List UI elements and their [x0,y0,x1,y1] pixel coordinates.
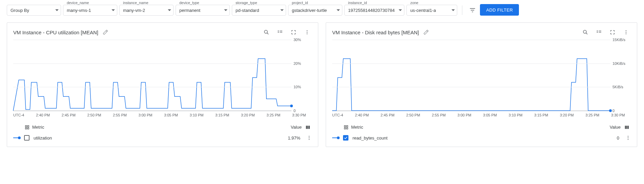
add-filter-button[interactable]: ADD FILTER [480,4,519,16]
chevron-down-icon [280,10,284,11]
x-tick-label: 3:05 PM [477,113,503,117]
x-tick-label: 3:00 PM [451,113,477,117]
x-tick-label: 3:00 PM [133,113,158,117]
svg-point-19 [309,136,309,136]
filter-list-icon[interactable] [467,5,478,16]
fullscreen-icon[interactable] [289,27,298,37]
svg-point-9 [307,30,307,31]
chevron-down-icon [399,10,402,11]
filter-value: pd-standard [236,8,259,13]
filter-device-type[interactable]: device_type permanent [176,5,230,16]
svg-rect-37 [628,126,629,129]
more-icon[interactable] [621,27,631,37]
x-tick-label: 2:40 PM [349,113,375,117]
more-icon[interactable] [302,27,312,37]
chevron-down-icon [451,10,455,11]
x-tick-label: 3:30 PM [286,113,312,117]
filter-value: us-central1-a [410,8,436,13]
filter-value: gstackdriver-turtle [292,8,327,13]
x-tick-label: UTC-4 [13,113,30,117]
svg-point-28 [626,30,626,31]
svg-point-30 [626,33,626,34]
wand-icon[interactable] [102,29,108,35]
svg-rect-34 [346,128,348,129]
svg-point-20 [309,137,309,138]
svg-point-11 [307,33,307,34]
chart-y-axis [291,40,312,111]
chart-line [332,40,610,111]
x-tick-label: 3:25 PM [580,113,605,117]
x-tick-label: 2:45 PM [375,113,401,117]
legend-toggle-icon[interactable] [594,27,604,37]
columns-icon[interactable] [305,125,310,130]
svg-point-22 [583,30,586,33]
zoom-icon[interactable] [581,27,590,37]
row-more-icon[interactable] [625,135,631,141]
chart-plot-area[interactable]: 010%20%30% [13,40,291,111]
chart-x-axis: UTC-42:40 PM2:45 PM2:50 PM2:55 PM3:00 PM… [332,113,631,117]
filter-label: project_id [291,1,309,5]
svg-rect-31 [344,125,346,127]
x-tick-label: 2:55 PM [107,113,133,117]
panel-title: VM Instance - CPU utilization [MEAN] [13,30,98,35]
legend-header-value: Value [291,125,302,130]
filter-device-name[interactable]: device_name many-vms-1 [63,5,117,16]
svg-point-3 [264,30,267,33]
svg-point-29 [626,32,626,33]
filter-label: instance_id [347,1,368,5]
panel-header: VM Instance - Disk read bytes [MEAN] [332,27,631,37]
filter-value: many-vms-1 [67,8,91,13]
chart-plot-area[interactable]: 05KiB/s10KiB/s15KiB/s [332,40,610,111]
chart-disk: 05KiB/s10KiB/s15KiB/s [332,40,631,111]
x-tick-label: 3:20 PM [235,113,261,117]
x-tick-label: 3:10 PM [184,113,209,117]
svg-line-23 [586,33,587,34]
series-checkbox[interactable] [24,135,29,141]
filter-zone[interactable]: zone us-central1-a [406,5,457,16]
chart-line [13,40,291,111]
x-tick-label: 3:10 PM [503,113,528,117]
series-swatch [332,136,340,139]
columns-icon[interactable] [624,125,629,130]
filter-instance-id[interactable]: instance_id 1972558144820730784 [344,5,404,16]
row-more-icon[interactable] [306,135,312,141]
legend-toggle-icon[interactable] [275,27,285,37]
x-tick-label: 2:45 PM [56,113,82,117]
svg-rect-17 [307,126,308,129]
svg-line-4 [267,33,268,34]
group-by-select[interactable]: Group By [7,5,61,16]
x-tick-label: 2:40 PM [30,113,56,117]
filter-instance-name[interactable]: instance_name many-vm-2 [119,5,174,16]
chart-cpu: 010%20%30% [13,40,312,111]
panel-header: VM Instance - CPU utilization [MEAN] [13,27,312,37]
divider [462,5,462,15]
legend-row: utilization 1.97% [13,135,312,141]
x-tick-label: 2:55 PM [426,113,452,117]
filter-label: device_type [179,1,200,5]
x-tick-label: 2:50 PM [400,113,426,117]
panel-title: VM Instance - Disk read bytes [MEAN] [332,30,419,35]
legend-header: Metric Value [13,123,312,131]
series-value: 0 [617,135,619,141]
svg-rect-16 [306,126,307,129]
x-tick-label: 3:05 PM [158,113,184,117]
svg-rect-32 [346,125,348,127]
legend-header-metric: Metric [32,125,44,130]
chart-y-axis [610,40,631,111]
x-tick-label: 3:20 PM [554,113,580,117]
svg-rect-18 [309,126,310,129]
x-tick-label: 3:30 PM [605,113,631,117]
filter-bar: Group By device_name many-vms-1 instance… [0,0,644,18]
series-name: utilization [34,135,52,141]
zoom-icon[interactable] [262,27,271,37]
svg-rect-15 [27,128,29,129]
filter-project-id[interactable]: project_id gstackdriver-turtle [288,5,342,16]
series-checkbox[interactable] [343,135,348,141]
svg-point-40 [628,139,628,140]
svg-point-10 [307,32,307,33]
legend-header: Metric Value [332,123,631,131]
wand-icon[interactable] [423,29,429,35]
fullscreen-icon[interactable] [608,27,617,37]
filter-storage-type[interactable]: storage_type pd-standard [232,5,286,16]
legend-header-value: Value [610,125,621,130]
